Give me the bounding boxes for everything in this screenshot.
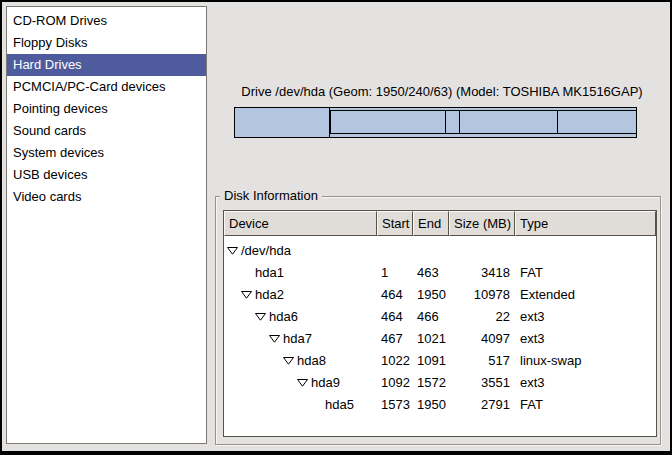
device-name: hda9 <box>311 372 340 394</box>
size-mb: 10978 <box>449 284 515 306</box>
end-cylinder: 466 <box>413 306 449 328</box>
partition-type: ext3 <box>515 306 656 328</box>
expander-icon[interactable] <box>297 379 311 387</box>
sidebar-item-system-devices[interactable]: System devices <box>7 142 206 164</box>
column-header-device[interactable]: Device <box>224 211 377 236</box>
device-name: hda6 <box>269 306 298 328</box>
column-header-size-mb[interactable]: Size (MB) <box>449 211 515 236</box>
column-header-start[interactable]: Start <box>377 211 413 236</box>
expander-icon[interactable] <box>269 335 283 343</box>
end-cylinder: 1091 <box>413 350 449 372</box>
disk-row-hda6[interactable]: hda646446622ext3 <box>224 306 656 328</box>
sidebar-item-video-cards[interactable]: Video cards <box>7 186 206 208</box>
end-cylinder <box>413 240 449 262</box>
size-mb: 3418 <box>449 262 515 284</box>
sidebar-item-pcmcia-pc-card-devices[interactable]: PCMCIA/PC-Card devices <box>7 76 206 98</box>
disk-row-hda8[interactable]: hda810221091517linux-swap <box>224 350 656 372</box>
column-header-end[interactable]: End <box>413 211 449 236</box>
device-category-list: CD-ROM DrivesFloppy DisksHard DrivesPCMC… <box>6 6 207 444</box>
size-mb: 517 <box>449 350 515 372</box>
disk-row-dev-hda[interactable]: /dev/hda <box>224 240 656 262</box>
partition-type: ext3 <box>515 372 656 394</box>
column-header-type[interactable]: Type <box>515 211 656 236</box>
disk-information-table: DeviceStartEndSize (MB)Type /dev/hdahda1… <box>223 210 657 437</box>
device-name: /dev/hda <box>241 240 291 262</box>
device-name: hda7 <box>283 328 312 350</box>
partition-type: ext3 <box>515 328 656 350</box>
start-cylinder: 464 <box>377 306 413 328</box>
size-mb: 3551 <box>449 372 515 394</box>
partition-type: linux-swap <box>515 350 656 372</box>
end-cylinder: 463 <box>413 262 449 284</box>
partition-segment-hda1 <box>235 108 330 137</box>
size-mb: 4097 <box>449 328 515 350</box>
partition-bar <box>234 107 637 138</box>
end-cylinder: 1021 <box>413 328 449 350</box>
sidebar-item-floppy-disks[interactable]: Floppy Disks <box>7 32 206 54</box>
end-cylinder: 1950 <box>413 394 449 416</box>
partition-type: FAT <box>515 262 656 284</box>
disk-row-hda9[interactable]: hda9109215723551ext3 <box>224 372 656 394</box>
disk-row-hda1[interactable]: hda114633418FAT <box>224 262 656 284</box>
sidebar-item-usb-devices[interactable]: USB devices <box>7 164 206 186</box>
start-cylinder: 1573 <box>377 394 413 416</box>
device-name: hda8 <box>297 350 326 372</box>
start-cylinder: 1092 <box>377 372 413 394</box>
partition-type: FAT <box>515 394 656 416</box>
extended-partition-hda2 <box>330 110 636 134</box>
sidebar-item-cd-rom-drives[interactable]: CD-ROM Drives <box>7 10 206 32</box>
sidebar-item-hard-drives[interactable]: Hard Drives <box>7 54 206 76</box>
device-name: hda5 <box>325 394 354 416</box>
start-cylinder: 1022 <box>377 350 413 372</box>
partition-segment-hda5 <box>558 111 635 133</box>
disk-row-hda7[interactable]: hda746710214097ext3 <box>224 328 656 350</box>
start-cylinder: 467 <box>377 328 413 350</box>
disk-information-groupbox: Disk Information DeviceStartEndSize (MB)… <box>215 196 661 445</box>
disk-row-hda2[interactable]: hda2464195010978Extended <box>224 284 656 306</box>
partition-segment-hda9 <box>460 111 559 133</box>
device-name: hda2 <box>255 284 284 306</box>
drive-label: Drive /dev/hda (Geom: 1950/240/63) (Mode… <box>222 84 662 99</box>
start-cylinder <box>377 240 413 262</box>
end-cylinder: 1950 <box>413 284 449 306</box>
expander-icon[interactable] <box>255 313 269 321</box>
table-body: /dev/hdahda114633418FAThda2464195010978E… <box>224 236 656 416</box>
disk-row-hda5[interactable]: hda5157319502791FAT <box>224 394 656 416</box>
disk-information-label: Disk Information <box>220 188 322 204</box>
end-cylinder: 1572 <box>413 372 449 394</box>
partition-type <box>515 240 656 262</box>
table-header: DeviceStartEndSize (MB)Type <box>224 211 656 236</box>
partition-segment-hda8 <box>446 111 460 133</box>
start-cylinder: 464 <box>377 284 413 306</box>
sidebar-item-sound-cards[interactable]: Sound cards <box>7 120 206 142</box>
partition-segment-hda7 <box>332 111 446 133</box>
size-mb: 2791 <box>449 394 515 416</box>
size-mb <box>449 240 515 262</box>
start-cylinder: 1 <box>377 262 413 284</box>
partition-type: Extended <box>515 284 656 306</box>
expander-icon[interactable] <box>241 291 255 299</box>
size-mb: 22 <box>449 306 515 328</box>
hardware-browser-window: CD-ROM DrivesFloppy DisksHard DrivesPCMC… <box>2 2 670 451</box>
expander-icon[interactable] <box>227 247 241 255</box>
sidebar-item-pointing-devices[interactable]: Pointing devices <box>7 98 206 120</box>
expander-icon[interactable] <box>283 357 297 365</box>
device-name: hda1 <box>255 262 284 284</box>
